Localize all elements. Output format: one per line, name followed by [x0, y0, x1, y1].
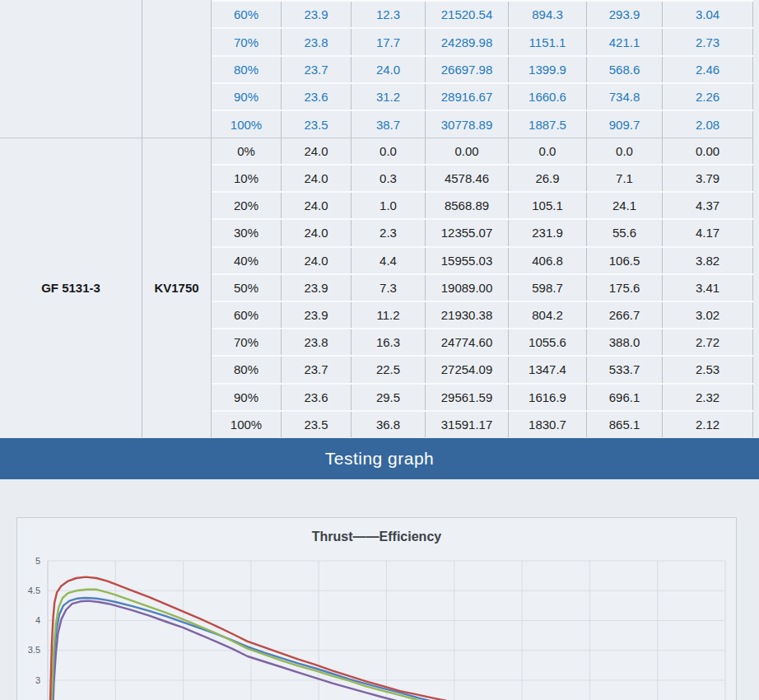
- table-row: 90%23.631.228916.671660.6734.82.26: [212, 84, 753, 111]
- throttle-cell: 100%: [212, 111, 282, 137]
- throttle-cell: 90%: [212, 385, 282, 410]
- value-cell: 1616.9: [509, 385, 587, 410]
- value-cell: 36.8: [352, 412, 426, 437]
- value-cell: 23.7: [282, 357, 352, 382]
- spec-table: 60%23.912.321520.54894.3293.93.0470%23.8…: [0, 0, 753, 437]
- value-cell: 4.17: [663, 220, 753, 245]
- table-row: 100%23.538.730778.891887.5909.72.08: [212, 111, 753, 137]
- value-cell: 175.6: [587, 275, 663, 301]
- table-group-gf5131: GF 5131-3 KV1750 0%24.00.00.000.00.00.00…: [0, 138, 753, 437]
- model-cell: [0, 0, 142, 138]
- value-cell: 909.7: [587, 111, 663, 137]
- product-spec-page: { "table": { "groups": [ { "model": "", …: [0, 0, 759, 700]
- value-cell: 1660.6: [509, 84, 587, 110]
- value-cell: 21520.54: [426, 2, 509, 27]
- value-cell: 31.2: [352, 84, 426, 110]
- table-group-prev-motor: 60%23.912.321520.54894.3293.93.0470%23.8…: [0, 0, 753, 138]
- value-cell: 734.8: [587, 84, 663, 110]
- table-row: 80%23.722.527254.091347.4533.72.53: [212, 357, 753, 384]
- throttle-cell: 60%: [212, 302, 282, 328]
- value-cell: 388.0: [587, 329, 663, 355]
- value-cell: 2.53: [663, 357, 753, 382]
- value-cell: 1055.6: [509, 329, 587, 355]
- value-cell: 24.0: [282, 193, 352, 218]
- value-cell: 2.12: [663, 412, 753, 437]
- table-row: 40%24.04.415955.03406.8106.53.82: [212, 248, 753, 275]
- value-cell: 24.0: [282, 220, 352, 245]
- y-axis-tick-label: 5: [35, 556, 40, 566]
- data-rows: 60%23.912.321520.54894.3293.93.0470%23.8…: [212, 0, 753, 138]
- value-cell: 30778.89: [426, 111, 509, 137]
- value-cell: 293.9: [587, 2, 663, 27]
- value-cell: 11.2: [352, 302, 426, 328]
- value-cell: 38.7: [352, 111, 426, 137]
- throttle-cell: 30%: [212, 220, 282, 245]
- value-cell: 1347.4: [509, 357, 587, 382]
- banner-title: Testing graph: [325, 449, 435, 469]
- throttle-cell: 80%: [212, 357, 282, 382]
- value-cell: 21930.38: [426, 302, 509, 328]
- throttle-cell: 10%: [212, 166, 282, 191]
- value-cell: 2.08: [663, 111, 753, 137]
- value-cell: 2.26: [663, 84, 753, 110]
- value-cell: 1.0: [352, 193, 426, 218]
- value-cell: 24289.98: [426, 29, 509, 54]
- value-cell: 29561.59: [426, 385, 509, 410]
- value-cell: 23.9: [282, 275, 352, 301]
- value-cell: 24774.60: [426, 329, 509, 355]
- value-cell: 4.4: [352, 248, 426, 273]
- value-cell: 23.7: [282, 57, 352, 82]
- value-cell: 0.3: [352, 166, 426, 191]
- value-cell: 2.32: [663, 385, 753, 410]
- value-cell: 23.5: [282, 111, 352, 137]
- value-cell: 3.82: [663, 248, 753, 273]
- chart-card: Thrust——Efficiency 54.543.53: [16, 517, 737, 700]
- value-cell: 17.7: [352, 29, 426, 54]
- table-row: 30%24.02.312355.07231.955.64.17: [212, 220, 753, 247]
- value-cell: 2.72: [663, 329, 753, 355]
- throttle-cell: 70%: [212, 329, 282, 355]
- value-cell: 0.00: [426, 138, 509, 164]
- value-cell: 19089.00: [426, 275, 509, 301]
- value-cell: 4.37: [663, 193, 753, 218]
- value-cell: 406.8: [509, 248, 587, 273]
- value-cell: 31591.17: [426, 412, 509, 437]
- y-axis-tick-label: 3: [35, 675, 40, 685]
- throttle-cell: 60%: [212, 2, 282, 27]
- value-cell: 23.6: [282, 385, 352, 410]
- value-cell: 106.5: [587, 248, 663, 273]
- value-cell: 421.1: [587, 29, 663, 54]
- value-cell: 1399.9: [509, 57, 587, 82]
- throttle-cell: 40%: [212, 248, 282, 273]
- value-cell: 266.7: [587, 302, 663, 328]
- value-cell: 24.0: [282, 138, 352, 164]
- value-cell: 24.0: [352, 57, 426, 82]
- value-cell: 24.1: [587, 193, 663, 218]
- throttle-cell: 100%: [212, 412, 282, 437]
- throttle-cell: 80%: [212, 57, 282, 82]
- value-cell: 3.41: [663, 275, 753, 301]
- value-cell: 12355.07: [426, 220, 509, 245]
- value-cell: 23.9: [282, 302, 352, 328]
- value-cell: 22.5: [352, 357, 426, 382]
- table-row: 100%23.536.831591.171830.7865.12.12: [212, 412, 753, 437]
- value-cell: 0.0: [587, 138, 663, 164]
- value-cell: 1151.1: [509, 29, 587, 54]
- value-cell: 894.3: [509, 2, 587, 27]
- value-cell: 23.8: [282, 29, 352, 54]
- spec-table-area: 60%23.912.321520.54894.3293.93.0470%23.8…: [0, 0, 759, 437]
- table-row: 50%23.97.319089.00598.7175.63.41: [212, 275, 753, 302]
- y-axis-tick-label: 4: [35, 615, 40, 625]
- value-cell: 26.9: [509, 166, 587, 191]
- throttle-cell: 20%: [212, 193, 282, 218]
- value-cell: 105.1: [509, 193, 587, 218]
- value-cell: 23.6: [282, 84, 352, 110]
- value-cell: 598.7: [509, 275, 587, 301]
- value-cell: 27254.09: [426, 357, 509, 382]
- y-axis-tick-label: 3.5: [28, 645, 40, 655]
- value-cell: 8568.89: [426, 193, 509, 218]
- value-cell: 24.0: [282, 248, 352, 273]
- value-cell: 29.5: [352, 385, 426, 410]
- value-cell: 28916.67: [426, 84, 509, 110]
- value-cell: 696.1: [587, 385, 663, 410]
